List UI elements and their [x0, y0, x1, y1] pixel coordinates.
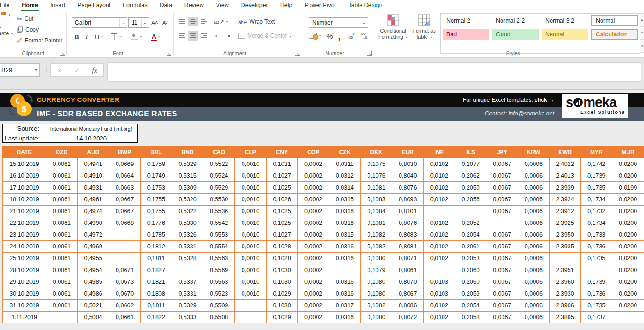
rate-cell[interactable]: 0,1822 [141, 312, 172, 323]
rate-cell[interactable]: 0,5320 [172, 194, 203, 206]
rate-cell[interactable]: 0,1025 [266, 206, 298, 217]
rate-cell[interactable]: 0,8093 [392, 194, 424, 206]
rate-cell[interactable]: 0,5530 [203, 194, 235, 206]
tab-developer[interactable]: Developer [235, 0, 274, 11]
rate-cell[interactable]: 0,0067 [486, 276, 518, 288]
rate-cell[interactable]: 0,5331 [172, 288, 203, 300]
rate-cell[interactable]: 0,5330 [172, 217, 203, 229]
rate-cell[interactable]: 0,0067 [486, 264, 518, 276]
font-name-select[interactable]: Calibri⌄ [72, 17, 127, 28]
rate-cell[interactable]: 0,1736 [581, 288, 612, 300]
rate-cell[interactable]: 0,0006 [518, 276, 550, 288]
rate-cell[interactable]: 0,0061 [46, 158, 78, 170]
rate-cell[interactable]: 0,1733 [581, 229, 612, 241]
rate-cell[interactable]: 2,3930 [549, 288, 581, 300]
tab-file[interactable]: File [0, 0, 16, 11]
rate-cell[interactable]: 0,0663 [109, 182, 141, 194]
rate-cell[interactable]: 0,0102 [424, 217, 455, 229]
rate-cell[interactable]: 0,0673 [109, 276, 141, 288]
rate-cell[interactable]: 0,5553 [203, 229, 235, 241]
rate-cell[interactable]: 0,0316 [329, 217, 361, 229]
rate-cell[interactable]: 0,5542 [203, 217, 235, 229]
rate-cell[interactable]: 0,0006 [518, 241, 550, 253]
rate-cell[interactable]: 0,0006 [518, 206, 550, 217]
rate-cell[interactable]: 0,1082 [360, 229, 392, 241]
rate-cell[interactable]: 0,5563 [203, 253, 235, 264]
rate-cell[interactable]: 0,0002 [298, 229, 329, 241]
number-format-select[interactable]: Number⌄ [309, 17, 368, 28]
rate-cell[interactable]: 0,1080 [360, 312, 392, 323]
rate-cell[interactable]: 0,1075 [360, 158, 392, 170]
rate-cell[interactable]: 0,0061 [46, 276, 78, 288]
rate-cell[interactable]: 0,1031 [266, 158, 298, 170]
rate-cell[interactable]: 0,0669 [109, 158, 141, 170]
rate-cell[interactable]: 0,0061 [46, 300, 78, 312]
rate-cell[interactable]: 0,0002 [298, 264, 329, 276]
rate-cell[interactable]: 0,0061 [46, 264, 78, 276]
rate-cell[interactable]: 0,0061 [46, 241, 78, 253]
rate-cell[interactable]: 0,2061 [455, 241, 486, 253]
rate-cell[interactable]: 0,0061 [46, 288, 78, 300]
rate-cell[interactable]: 0,1734 [581, 217, 612, 229]
rate-cell[interactable]: 0,8070 [392, 276, 424, 288]
bold-button[interactable] [73, 32, 81, 41]
rate-cell[interactable]: 0,0061 [46, 194, 78, 206]
rate-cell[interactable]: 0,1811 [141, 253, 172, 264]
rate-cell[interactable]: 0,0102 [424, 182, 455, 194]
align-left-button[interactable] [177, 31, 187, 41]
rate-cell[interactable]: 0,0200 [612, 229, 644, 241]
rate-cell[interactable]: 0,2050 [455, 182, 486, 194]
rate-cell[interactable]: 2,3935 [549, 241, 581, 253]
rate-cell[interactable]: 0,0670 [109, 288, 141, 300]
rate-cell[interactable]: 0,4986 [77, 288, 109, 300]
rate-cell[interactable]: 0,1029 [266, 312, 298, 323]
rate-cell[interactable]: 0,1082 [360, 241, 392, 253]
rate-cell[interactable]: 0,1732 [581, 206, 612, 217]
rate-cell[interactable]: 0,0316 [329, 288, 361, 300]
rate-cell[interactable]: 0,0067 [486, 194, 518, 206]
rate-cell[interactable]: 0,1759 [141, 158, 172, 170]
rate-cell[interactable] [612, 312, 644, 323]
increase-decimal-button[interactable]: ←.0 .00 [348, 31, 355, 41]
rate-cell[interactable]: 0,0200 [612, 288, 644, 300]
align-top-button[interactable] [177, 17, 187, 26]
rate-cell[interactable]: 0,8072 [392, 312, 424, 323]
rate-cell[interactable]: 2,3925 [549, 217, 581, 229]
rate-cell[interactable]: 0,5508 [203, 312, 235, 323]
rate-cell[interactable]: 0,0067 [486, 182, 518, 194]
copy-button[interactable]: Copy [17, 25, 44, 34]
rate-cell[interactable]: 0,0102 [424, 158, 455, 170]
rate-cell[interactable]: 0,5523 [203, 288, 235, 300]
rate-cell[interactable]: 0,0200 [612, 194, 644, 206]
insert-function-icon[interactable] [92, 66, 97, 74]
rate-cell[interactable]: 0,0010 [235, 276, 267, 288]
rate-cell[interactable]: 0,8071 [392, 253, 424, 264]
rate-cell[interactable]: 0,1734 [581, 194, 612, 206]
rate-cell[interactable]: 0,0316 [329, 206, 361, 217]
rate-cell[interactable]: 0,0316 [329, 253, 361, 264]
rate-cell[interactable]: 0,1812 [141, 241, 172, 253]
rate-cell[interactable] [235, 312, 267, 323]
rate-cell[interactable]: 0,1079 [360, 264, 392, 276]
rate-cell[interactable]: 0,0010 [235, 229, 267, 241]
rate-cell[interactable] [109, 229, 141, 241]
rate-cell[interactable]: 0,0002 [298, 276, 329, 288]
rate-cell[interactable]: 0,0102 [424, 300, 455, 312]
rate-cell[interactable]: 0,5309 [172, 182, 203, 194]
rate-cell[interactable]: 0,1080 [360, 276, 392, 288]
rate-cell[interactable]: 0,0006 [518, 158, 550, 170]
rate-cell[interactable]: 0,4974 [77, 206, 109, 217]
rate-cell[interactable]: 0,8101 [392, 206, 424, 217]
style-good[interactable]: Good [492, 29, 539, 40]
rate-cell[interactable]: 0,0102 [424, 241, 455, 253]
rate-cell[interactable]: 0,1030 [266, 276, 298, 288]
rate-cell[interactable]: 0,0061 [46, 217, 78, 229]
rate-cell[interactable]: 0,0002 [298, 241, 329, 253]
rate-cell[interactable]: 0,5333 [172, 312, 203, 323]
rate-cell[interactable]: 0,8076 [392, 217, 424, 229]
rate-cell[interactable]: 0,0312 [329, 170, 361, 182]
tab-insert[interactable]: Insert [44, 0, 71, 11]
rate-cell[interactable]: 0,5331 [172, 241, 203, 253]
decrease-decimal-button[interactable]: .00 →.0 [360, 31, 367, 41]
font-color-button[interactable] [152, 32, 161, 41]
